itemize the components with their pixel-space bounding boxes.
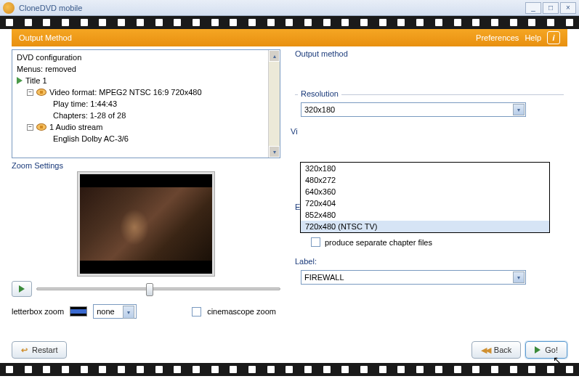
video-quality-partial: Vi [291,127,564,136]
scroll-up-icon[interactable]: ▴ [269,50,280,62]
tree-audio-stream[interactable]: −1 Audio stream [14,121,278,133]
eye-icon [36,123,46,131]
label-label: Label: [295,257,564,266]
rewind-icon: ◀◀ [481,346,490,355]
play-icon [19,285,25,293]
label-select[interactable]: FIREWALL ▾ [301,270,526,285]
window-title: CloneDVD mobile [19,4,524,12]
filmstrip-bottom [0,363,579,376]
play-icon [17,77,23,84]
maximize-button[interactable]: □ [543,2,559,14]
resolution-option[interactable]: 320x180 [301,163,549,174]
letterbox-zoom-select[interactable]: none [93,304,137,319]
restart-icon: ↩ [21,346,28,355]
chevron-down-icon: ▾ [513,271,525,283]
resolution-option[interactable]: 640x360 [301,186,549,197]
resolution-option[interactable]: 852x480 [301,209,549,221]
resolution-option[interactable]: 480x272 [301,174,549,186]
titlebar: CloneDVD mobile _ □ × [0,0,579,16]
collapse-icon[interactable]: − [27,89,33,96]
go-button[interactable]: Go! [525,341,567,359]
minimize-button[interactable]: _ [525,2,541,14]
seek-slider[interactable] [36,287,280,290]
tree-scrollbar[interactable]: ▴ ▾ [268,50,280,158]
filmstrip-top [0,16,579,29]
preferences-link[interactable]: Preferences [476,33,519,42]
tree-audio-lang[interactable]: English Dolby AC-3/6 [14,133,278,144]
play-icon [535,346,540,354]
tree-root[interactable]: DVD configuration [14,52,278,63]
letterbox-zoom-label: letterbox zoom [12,307,64,316]
resolution-select[interactable]: 320x180 ▾ [301,102,526,117]
dvd-config-tree[interactable]: DVD configuration Menus: removed Title 1… [12,49,280,158]
slider-thumb[interactable] [146,283,153,296]
scroll-down-icon[interactable]: ▾ [269,146,280,158]
resolution-option[interactable]: 720x480 (NTSC TV) [301,221,549,232]
tree-video-format[interactable]: −Video format: MPEG2 NTSC 16:9 720x480 [14,86,278,98]
separate-chapters-label: produce separate chapter files [325,238,432,247]
app-icon [3,2,15,14]
close-button[interactable]: × [560,2,576,14]
help-link[interactable]: Help [525,33,541,42]
eye-icon [36,89,46,96]
separate-chapters-checkbox[interactable] [311,237,320,247]
letterbox-swatch-icon [70,306,87,317]
back-button[interactable]: ◀◀Back [471,341,521,359]
video-preview [77,171,215,277]
help-icon[interactable]: i [547,31,560,44]
page-header: Output Method Preferences Help i [12,29,567,46]
play-button[interactable] [12,281,32,297]
page-title: Output Method [19,33,470,42]
resolution-option[interactable]: 720x404 [301,197,549,209]
resolution-dropdown[interactable]: 320x180 480x272 640x360 720x404 852x480 … [300,162,550,233]
tree-chapters[interactable]: Chapters: 1-28 of 28 [14,110,278,121]
output-method-heading: Output method [295,49,564,58]
cinemascope-zoom-label: cinemascope zoom [207,307,276,316]
chevron-down-icon: ▾ [513,104,525,115]
tree-title1[interactable]: Title 1 [14,75,278,86]
resolution-label: Resolution [298,89,341,98]
collapse-icon[interactable]: − [27,124,33,131]
cinemascope-checkbox[interactable] [192,307,201,317]
restart-button[interactable]: ↩Restart [12,341,67,359]
zoom-settings-label: Zoom Settings [12,161,280,170]
tree-play-time[interactable]: Play time: 1:44:43 [14,98,278,110]
tree-menus[interactable]: Menus: removed [14,63,278,75]
